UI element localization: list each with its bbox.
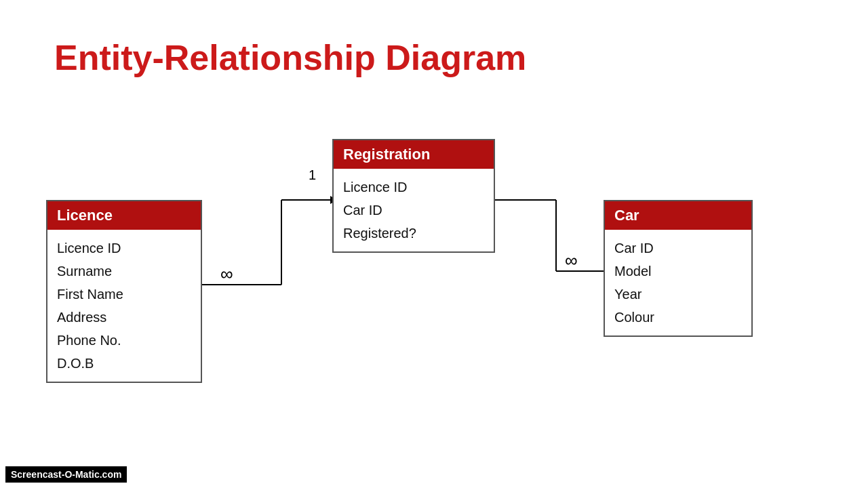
licence-field-1: Licence ID: [57, 237, 191, 260]
licence-body: Licence ID Surname First Name Address Ph…: [47, 230, 201, 382]
licence-field-2: Surname: [57, 260, 191, 283]
registration-entity: Registration Licence ID Car ID Registere…: [332, 139, 495, 253]
licence-field-5: Phone No.: [57, 329, 191, 352]
licence-field-6: D.O.B: [57, 352, 191, 375]
licence-entity: Licence Licence ID Surname First Name Ad…: [46, 200, 202, 383]
car-body: Car ID Model Year Colour: [605, 230, 751, 336]
licence-field-4: Address: [57, 306, 191, 329]
registration-body: Licence ID Car ID Registered?: [334, 169, 494, 251]
svg-text:1: 1: [309, 167, 316, 182]
svg-text:∞: ∞: [565, 250, 578, 270]
licence-header: Licence: [47, 201, 201, 230]
car-field-1: Car ID: [614, 237, 742, 260]
car-entity: Car Car ID Model Year Colour: [604, 200, 753, 337]
page-title: Entity-Relationship Diagram: [54, 37, 526, 78]
car-field-3: Year: [614, 283, 742, 306]
registration-header: Registration: [334, 140, 494, 169]
svg-text:∞: ∞: [220, 264, 233, 284]
car-field-4: Colour: [614, 306, 742, 329]
licence-field-3: First Name: [57, 283, 191, 306]
car-field-2: Model: [614, 260, 742, 283]
registration-field-3: Registered?: [343, 222, 484, 245]
registration-field-2: Car ID: [343, 199, 484, 222]
registration-field-1: Licence ID: [343, 176, 484, 199]
watermark: Screencast-O-Matic.com: [5, 466, 127, 483]
car-header: Car: [605, 201, 751, 230]
